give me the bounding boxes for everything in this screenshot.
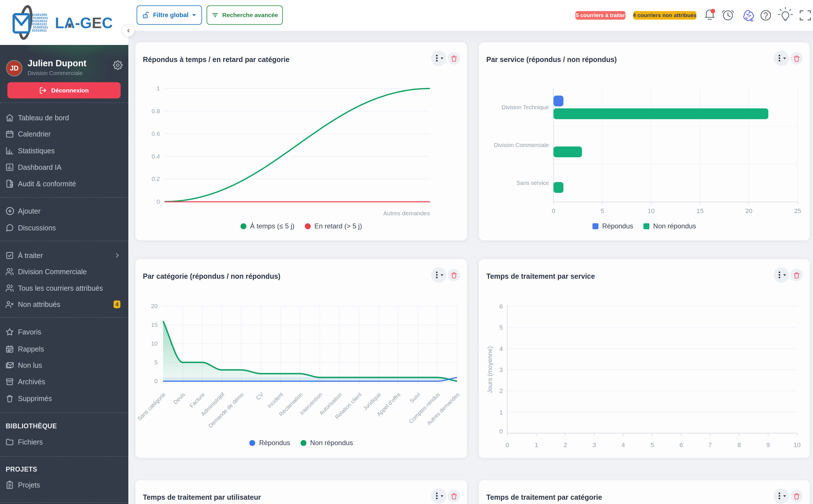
svg-text:0: 0	[154, 378, 158, 384]
svg-text:4: 4	[500, 345, 503, 352]
svg-text:Sans service: Sans service	[517, 180, 549, 186]
svg-text:0.8: 0.8	[152, 108, 160, 114]
svg-text:0: 0	[156, 198, 160, 205]
svg-text:1: 1	[535, 441, 538, 449]
svg-text:Incident: Incident	[266, 391, 284, 409]
svg-text:7: 7	[708, 441, 712, 449]
svg-text:01010011: 01010011	[32, 29, 47, 32]
svg-text:9: 9	[766, 441, 770, 449]
svg-text:6: 6	[680, 441, 683, 449]
svg-text:0.6: 0.6	[152, 130, 160, 137]
svg-text:5: 5	[651, 441, 654, 449]
svg-text:3: 3	[500, 366, 503, 373]
svg-text:5: 5	[601, 207, 604, 214]
svg-text:15: 15	[697, 207, 703, 214]
svg-text:5: 5	[154, 359, 158, 365]
svg-text:1: 1	[156, 85, 160, 92]
svg-text:15: 15	[151, 321, 158, 328]
svg-text:Sans catégorie: Sans catégorie	[136, 391, 167, 422]
svg-text:Devis: Devis	[172, 391, 186, 405]
svg-text:Division Commerciale: Division Commerciale	[494, 142, 549, 148]
svg-text:LA-GEC: LA-GEC	[55, 15, 113, 31]
svg-text:CV: CV	[255, 391, 265, 401]
svg-text:8: 8	[737, 441, 741, 449]
svg-text:0.2: 0.2	[152, 175, 160, 182]
svg-text:20: 20	[745, 207, 752, 214]
svg-text:0: 0	[500, 428, 503, 435]
svg-text:0: 0	[506, 441, 509, 449]
svg-text:6: 6	[500, 303, 503, 310]
svg-text:0: 0	[552, 207, 555, 214]
svg-text:Juridique: Juridique	[362, 391, 382, 412]
svg-text:Division Technique: Division Technique	[502, 104, 549, 110]
svg-text:2: 2	[564, 441, 567, 449]
svg-text:Jours (moyenne): Jours (moyenne)	[486, 346, 494, 393]
svg-text:4: 4	[622, 441, 625, 449]
svg-text:20: 20	[151, 303, 158, 309]
svg-text:0.4: 0.4	[152, 153, 160, 160]
svg-text:10: 10	[648, 207, 655, 214]
svg-text:Facture: Facture	[188, 391, 206, 409]
svg-text:Autres demandes: Autres demandes	[426, 391, 461, 426]
svg-text:3: 3	[593, 441, 596, 449]
svg-text:25: 25	[794, 207, 801, 214]
svg-text:1: 1	[500, 409, 503, 416]
svg-text:Suivi: Suivi	[409, 391, 421, 404]
svg-text:10: 10	[794, 441, 800, 449]
svg-text:2: 2	[500, 387, 503, 394]
svg-text:Demande de démo: Demande de démo	[207, 391, 245, 429]
svg-text:10: 10	[151, 340, 158, 347]
svg-text:Autres demandes: Autres demandes	[383, 210, 430, 216]
svg-text:5: 5	[500, 324, 503, 331]
